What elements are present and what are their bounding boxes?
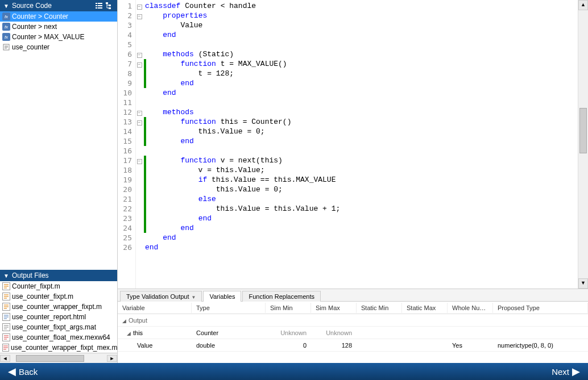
fold-cell[interactable]: − (136, 107, 143, 117)
fold-minus-icon[interactable]: − (137, 14, 142, 19)
code-line[interactable]: methods (145, 107, 578, 117)
fold-cell[interactable]: − (136, 59, 143, 69)
scroll-track[interactable] (10, 354, 107, 362)
output-file-item[interactable]: use_counter_fixpt.m (0, 291, 117, 302)
code-line[interactable]: end (145, 30, 578, 40)
scroll-down-icon[interactable]: ▼ (578, 278, 588, 289)
output-file-item[interactable]: Counter_fixpt.m (0, 281, 117, 291)
group-output[interactable]: ◢Output (118, 314, 588, 327)
source-item[interactable]: use_counter (0, 42, 117, 52)
source-code-header[interactable]: ▼ Source Code (0, 0, 117, 11)
code-line[interactable]: function v = next(this) (145, 156, 578, 165)
fold-minus-icon[interactable]: − (137, 62, 142, 68)
code-line[interactable]: else (145, 194, 578, 204)
cell: Unknown (311, 328, 357, 338)
code-line[interactable]: function t = MAX_VALUE() (145, 59, 578, 69)
line-number: 14 (118, 127, 132, 136)
fold-minus-icon[interactable]: − (137, 5, 142, 10)
code-line[interactable]: v = this.Value; (145, 165, 578, 175)
mat-file-icon (2, 323, 10, 331)
dropdown-icon[interactable]: ▼ (191, 295, 196, 300)
tab-variables[interactable]: Variables (203, 291, 241, 302)
fold-minus-icon[interactable]: − (137, 159, 142, 164)
code-line[interactable]: this.Value = this.Value + 1; (145, 204, 578, 214)
code-line[interactable]: end (145, 223, 578, 233)
editor-area: 1234567891011121314151617181920212223242… (118, 0, 588, 363)
code-line[interactable]: function this = Counter() (145, 117, 578, 127)
code-line[interactable]: end (145, 78, 578, 88)
fold-cell (136, 88, 143, 98)
line-number: 20 (118, 185, 132, 194)
fold-cell[interactable]: − (136, 11, 143, 20)
next-button[interactable]: Next ▶ (552, 365, 580, 378)
code-line[interactable] (145, 146, 578, 156)
output-files-header[interactable]: ▼ Output Files (0, 270, 117, 281)
next-label: Next (552, 367, 569, 377)
code-line[interactable]: properties (145, 11, 578, 20)
scroll-left-icon[interactable]: ◄ (0, 355, 10, 362)
code-line[interactable]: t = 128; (145, 69, 578, 78)
bottom-panel: Type Validation Output▼VariablesFunction… (118, 289, 588, 363)
column-header[interactable]: Sim Min (266, 303, 311, 313)
list-view-icon[interactable] (94, 1, 103, 10)
output-files-title: Output Files (12, 272, 114, 279)
code-line[interactable]: methods (Static) (145, 49, 578, 59)
scroll-thumb[interactable] (16, 355, 84, 362)
column-header[interactable]: Type (192, 303, 266, 313)
code-line[interactable]: classdef Counter < handle (145, 1, 578, 11)
code-line[interactable] (145, 40, 578, 49)
fold-minus-icon[interactable]: − (137, 120, 142, 126)
vertical-scrollbar[interactable]: ▲ ▼ (578, 0, 588, 289)
table-row[interactable]: Valuedouble0128Yesnumerictype(0, 8, 0) (118, 339, 588, 352)
column-header[interactable]: Proposed Type (493, 303, 588, 313)
output-file-item[interactable]: use_counter_wrapper_fixpt_mex.m (0, 343, 117, 353)
column-header[interactable]: Static Min (357, 303, 402, 313)
fold-minus-icon[interactable]: − (137, 53, 142, 58)
fold-column[interactable]: −−−−−−− (136, 0, 143, 289)
code-line[interactable]: this.Value = 0; (145, 127, 578, 136)
fold-cell[interactable]: − (136, 117, 143, 127)
code-line[interactable]: end (145, 214, 578, 223)
code-editor[interactable]: 1234567891011121314151617181920212223242… (118, 0, 588, 289)
code-line[interactable]: if this.Value == this.MAX_VALUE (145, 175, 578, 185)
fold-cell[interactable]: − (136, 49, 143, 59)
code-line[interactable] (145, 98, 578, 107)
code-line[interactable]: Value (145, 20, 578, 30)
back-button[interactable]: ◀ Back (8, 365, 38, 378)
column-header[interactable]: Whole Nu… (448, 303, 493, 313)
scroll-right-icon[interactable]: ► (107, 355, 117, 362)
sidebar-scrollbar[interactable]: ◄ ► (0, 353, 117, 363)
code-line[interactable]: end (145, 233, 578, 243)
scroll-thumb[interactable] (579, 108, 587, 153)
source-item[interactable]: fxCounter > next (0, 22, 117, 32)
tree-view-icon[interactable] (105, 1, 114, 10)
fold-cell (136, 78, 143, 88)
output-file-item[interactable]: use_counter_report.html (0, 312, 117, 322)
output-file-item[interactable]: use_counter_wrapper_fixpt.m (0, 302, 117, 312)
scroll-up-icon[interactable]: ▲ (578, 0, 588, 10)
chevron-left-icon: ◀ (8, 365, 19, 378)
output-file-item[interactable]: use_counter_fixpt_args.mat (0, 322, 117, 332)
fold-cell[interactable]: − (136, 1, 143, 11)
column-header[interactable]: Sim Max (311, 303, 357, 313)
tab-type-validation-output[interactable]: Type Validation Output▼ (120, 291, 202, 302)
cell (402, 331, 448, 335)
code-line[interactable]: this.Value = 0; (145, 185, 578, 194)
source-item[interactable]: fxCounter > MAX_VALUE (0, 32, 117, 42)
variables-header: VariableTypeSim MinSim MaxStatic MinStat… (118, 302, 588, 314)
coverage-bar (144, 204, 146, 214)
source-item[interactable]: fxCounter > Counter (0, 11, 117, 22)
code-line[interactable]: end (145, 88, 578, 98)
tab-function-replacements[interactable]: Function Replacements (242, 291, 321, 302)
code-line[interactable]: end (145, 136, 578, 146)
tab-label: Type Validation Output (126, 293, 189, 300)
fold-cell[interactable]: − (136, 156, 143, 165)
code-body[interactable]: classdef Counter < handle properties Val… (143, 0, 578, 289)
column-header[interactable]: Static Max (402, 303, 448, 313)
fold-minus-icon[interactable]: − (137, 111, 142, 116)
output-file-item[interactable]: use_counter_float_mex.mexw64 (0, 332, 117, 343)
column-header[interactable]: Variable (118, 303, 192, 313)
line-number: 10 (118, 88, 132, 98)
table-row[interactable]: ◢thisCounterUnknownUnknown (118, 327, 588, 339)
code-line[interactable]: end (145, 243, 578, 252)
